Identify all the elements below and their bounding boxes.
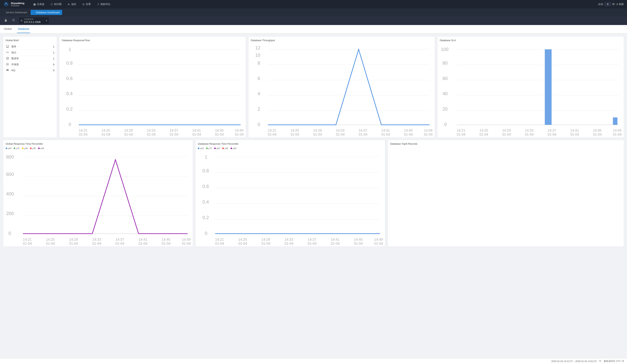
- tab-database-dashboard[interactable]: Database Dashboard: [31, 10, 62, 15]
- topn-card: Database TopN Records: [388, 140, 624, 247]
- toolbar: ≡ 当前数据库 127.0.0.1:3306 ▾: [0, 16, 627, 25]
- svg-text:14:37: 14:37: [170, 129, 178, 132]
- tab-database[interactable]: Database: [17, 25, 30, 33]
- brief-storage: 存储器 0: [5, 61, 54, 67]
- svg-text:14:45: 14:45: [215, 129, 224, 132]
- refresh-interval-input[interactable]: [604, 2, 611, 6]
- svg-text:14:21: 14:21: [215, 238, 224, 241]
- svg-text:14:25: 14:25: [102, 129, 110, 132]
- svg-text:01-04: 01-04: [313, 133, 322, 136]
- svg-text:01-04: 01-04: [548, 133, 556, 136]
- nav-metrics[interactable]: ↗ 指标对比: [94, 1, 113, 7]
- svg-text:14:33: 14:33: [525, 129, 533, 132]
- nav-dashboard[interactable]: ▦ 仪表盘: [31, 1, 47, 7]
- svg-text:2: 2: [258, 106, 260, 111]
- sla-chart: 0 20 40 60 80 100: [440, 44, 622, 135]
- tab-service-dashboard[interactable]: Service Dashboard: [3, 10, 30, 15]
- svg-text:01-04: 01-04: [69, 242, 78, 246]
- svg-text:800: 800: [6, 154, 14, 159]
- nav-alert[interactable]: ⊙ 告警: [80, 1, 94, 7]
- svg-rect-9: [6, 70, 9, 70]
- lock-icon: [4, 19, 7, 22]
- throughput-chart: 0 2 4 6 8 10 12 14:2: [251, 44, 432, 135]
- db-legend-p90: p90: [214, 147, 220, 150]
- db-p75-label: p75: [209, 147, 212, 150]
- metrics-icon: ↗: [97, 3, 99, 6]
- db-p95-label: p95: [225, 147, 228, 150]
- db-legend-p75: p75: [206, 147, 212, 150]
- svg-text:14:45: 14:45: [404, 129, 413, 132]
- main-content: Global Brief 服务 1 端点 1 数据库 1: [0, 33, 627, 252]
- svg-text:01-04: 01-04: [102, 133, 110, 136]
- svg-text:14:49: 14:49: [374, 238, 383, 241]
- svg-text:14:49: 14:49: [182, 238, 191, 241]
- svg-text:0: 0: [68, 122, 71, 127]
- svg-text:14:41: 14:41: [192, 129, 201, 132]
- svg-text:01-04: 01-04: [79, 133, 88, 136]
- svg-text:14:21: 14:21: [268, 129, 276, 132]
- db-legend-p50: p50: [198, 147, 204, 150]
- legend-p99: p99: [38, 147, 44, 150]
- svg-text:14:25: 14:25: [291, 129, 299, 132]
- response-time-title: Database ResponseTime: [62, 39, 243, 42]
- logo-name: Skywalking: [11, 2, 24, 5]
- svg-text:200: 200: [6, 211, 14, 216]
- svg-text:14:37: 14:37: [115, 238, 124, 241]
- nav-dashboard-label: 仪表盘: [37, 2, 45, 6]
- svg-text:8: 8: [258, 61, 260, 66]
- svg-text:01-04: 01-04: [593, 133, 602, 136]
- global-brief-title: Global Brief: [5, 39, 54, 42]
- svg-text:01-04: 01-04: [215, 242, 224, 246]
- svg-rect-3: [6, 45, 9, 47]
- nav-trace[interactable]: ⊳ 追踪: [65, 1, 79, 7]
- svg-text:0: 0: [444, 122, 447, 127]
- svg-rect-7: [6, 64, 8, 65]
- lock-button[interactable]: [3, 18, 8, 23]
- database-icon: [5, 57, 9, 60]
- refresh-button[interactable]: ↺ 刷新: [616, 2, 624, 6]
- db-selector-icon: ≡: [21, 19, 22, 22]
- brief-service: 服务 1: [5, 44, 54, 50]
- svg-text:14:33: 14:33: [285, 238, 293, 241]
- global-percentile-card: Global Response Time Percentile p50 p75 …: [3, 140, 193, 247]
- brief-service-value: 1: [53, 45, 54, 48]
- svg-rect-2: [5, 20, 7, 22]
- svg-text:01-04: 01-04: [404, 133, 413, 136]
- svg-text:0: 0: [258, 122, 260, 127]
- mq-icon: [5, 69, 9, 72]
- svg-text:1: 1: [205, 154, 207, 159]
- p99-dot: [38, 148, 40, 149]
- svg-text:14:45: 14:45: [162, 238, 170, 241]
- auto-label: 自动: [598, 2, 603, 6]
- db-percentile-chart: 0 0.2 0.4 0.6 0.8 1 14:21: [198, 151, 383, 244]
- refresh-label: 刷新: [619, 2, 624, 6]
- svg-text:14:33: 14:33: [147, 129, 156, 132]
- svg-rect-80: [545, 50, 552, 125]
- tab-global[interactable]: Global: [3, 25, 12, 33]
- nav-topology[interactable]: ⬡ 拓扑图: [48, 1, 64, 7]
- db-current-value: 127.0.0.1:3306: [24, 21, 41, 23]
- sla-card: Database SLA 0 20 40 60 80 100: [437, 36, 624, 138]
- svg-rect-10: [6, 70, 9, 71]
- nav-trace-label: 追踪: [71, 2, 76, 6]
- legend-p75: p75: [14, 147, 19, 150]
- svg-text:14:29: 14:29: [124, 129, 133, 132]
- svg-rect-8: [6, 69, 9, 70]
- db-selector[interactable]: ≡ 当前数据库 127.0.0.1:3306 ▾: [18, 17, 49, 24]
- reload-button[interactable]: [11, 18, 16, 23]
- topology-icon: ⬡: [51, 3, 53, 6]
- brief-endpoint-label: 端点: [11, 51, 53, 54]
- tab-service-label: Service Dashboard: [6, 11, 27, 14]
- service-icon: [5, 45, 9, 48]
- dashboard-row-1: Global Brief 服务 1 端点 1 数据库 1: [3, 36, 624, 138]
- svg-text:01-04: 01-04: [238, 242, 247, 246]
- endpoint-icon: [5, 51, 9, 54]
- svg-text:0: 0: [205, 231, 207, 236]
- brief-service-label: 服务: [11, 45, 53, 48]
- db-legend-p95: p95: [222, 147, 228, 150]
- response-time-svg: 0 0.2 0.4 0.6 0.8 1 14:21: [62, 44, 243, 135]
- brief-endpoint: 端点 1: [5, 50, 54, 55]
- svg-text:0.6: 0.6: [203, 184, 209, 189]
- db-p99-dot: [231, 148, 232, 149]
- svg-text:14:21: 14:21: [457, 129, 465, 132]
